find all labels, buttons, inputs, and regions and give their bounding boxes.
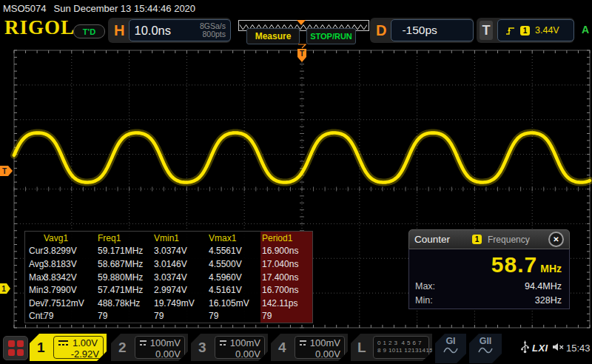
timebase-box: 10.0ns 8GSa/s 800pts [129,19,231,41]
logic-channels-tab[interactable]: L 0 1 2 3 4 5 6 78 9 1011 12131415 [351,334,432,361]
delay-label: D [376,22,386,39]
trigger-level-marker[interactable]: T [0,166,13,176]
svg-text:T: T [300,50,304,58]
meas-row-label: Cur: [25,245,44,258]
meas-row-label: Max: [25,271,44,284]
counter-mode: Frequency [488,235,530,245]
meas-value: 4.5561V [209,245,260,258]
meas-row-label: Dev: [25,297,44,310]
logic-channel-list: 0 1 2 3 4 5 6 78 9 1011 12131415 [373,336,429,359]
meas-header-vavg1: Vavg1 [44,232,98,245]
meas-value: 488.78kHz [98,297,154,310]
meas-value: 16.900ns [260,245,312,258]
svg-text:1: 1 [1,285,6,293]
ch1-waveform-glow [14,133,590,183]
meas-value: 2.9974V [154,283,209,297]
title-bar: MSO5074 Sun December 13 15:44:46 2020 [0,0,592,16]
meas-corner [25,232,44,245]
trigger-source-badge: 1 [520,26,530,36]
sample-rate: 8GSa/s 800pts [200,22,226,38]
counter-panel: Counter 1 Frequency ✕ 58.7MHz Max: 94.4M… [408,229,570,309]
trigger-status-badge: T'D [73,24,105,38]
meas-row-label: Min: [25,283,44,297]
svg-text:T: T [2,167,7,175]
speaker-muted-icon[interactable] [552,343,565,351]
meas-value: 17.040ns [260,257,312,271]
sweep-mode-badge: A [582,24,589,36]
counter-min-label: Min: [415,295,433,306]
counter-max-value: 94.4MHz [525,281,562,291]
delay-value: -150ps [391,19,474,41]
channel-scale: 1.00V [73,337,98,348]
bottom-bar: 1 1.00V -2.92V 2 [0,331,592,364]
usb-icon [520,340,530,354]
memory-position-pointer-icon[interactable] [297,20,306,25]
grid-menu-icon [8,340,24,356]
meas-value: 4.5960V [209,271,260,284]
dc-coupling-icon [219,340,226,346]
delay-settings[interactable]: D -150ps [370,18,474,43]
meas-value: 79 [98,310,154,323]
counter-min-value: 328Hz [535,295,562,306]
timebase-value: 10.0ns [134,24,171,38]
counter-title: Counter [414,234,450,245]
horizontal-label: H [114,22,124,39]
meas-row-label: Avg: [25,257,44,271]
channel-2-tab[interactable]: 2 100mV 0.00V [111,334,188,361]
meas-value: 7.7512mV [44,297,98,310]
sine-wave-icon [443,346,458,354]
meas-value: 3.7990V [44,283,98,297]
channel-offset: 0.00V [139,348,181,360]
lxi-badge: LXI [532,343,548,354]
meas-value: 3.0374V [154,245,209,258]
trigger-position-marker[interactable]: T [297,44,306,62]
meas-value: 79 [44,310,98,323]
channel1-position-marker[interactable]: 1 [0,283,10,294]
oscilloscope-screen: T T 1 MSO5074 Sun December 13 15:44:46 2… [0,0,592,364]
channel-offset: 0.00V [299,348,340,360]
channel-3-tab[interactable]: 3 100mV 0.00V [191,334,268,361]
generator-1-tab[interactable]: GI [435,334,466,363]
channel-scale: 100mV [310,337,340,348]
meas-value: 79 [209,310,260,323]
channel-offset: -2.92V [58,348,99,360]
trigger-settings[interactable]: T 1 3.44V [477,18,574,43]
meas-value: 3.8183V [44,257,98,271]
menu-button[interactable] [3,336,28,360]
channel-scale: 100mV [150,337,181,348]
meas-value: 17.400ns [260,271,312,284]
generator-2-tab[interactable]: GII [469,334,502,363]
stop-run-button[interactable]: STOP/RUN [306,28,356,44]
dc-coupling-icon [58,340,69,346]
dc-coupling-icon [299,340,306,346]
toolbar: RIGOL T'D H 10.0ns 8GSa/s 800pts Measure… [0,16,592,46]
horizontal-settings[interactable]: H 10.0ns 8GSa/s 800pts [108,18,231,43]
meas-value: 19.749mV [154,297,209,310]
counter-source-badge: 1 [472,235,482,244]
meas-value: 3.8342V [44,271,98,284]
meas-value: 3.8299V [44,245,98,258]
datetime: Sun December 13 15:44:46 2020 [54,3,196,14]
meas-value: 3.0374V [154,271,209,284]
counter-titlebar: Counter 1 Frequency ✕ [408,229,570,249]
trigger-level-value: 3.44V [535,25,559,36]
channel-offset: 0.00V [219,348,260,360]
dc-coupling-icon [139,340,147,346]
meas-value: 16.700ns [260,283,312,297]
meas-value: 4.5500V [209,257,260,271]
meas-value: 58.687MHz [98,257,154,271]
channel-1-tab[interactable]: 1 1.00V -2.92V [30,334,107,361]
counter-close-button[interactable]: ✕ [548,232,564,247]
measure-button[interactable]: Measure [246,28,300,44]
clock: 15:43 [566,343,591,354]
channel-4-tab[interactable]: 4 100mV 0.00V [271,334,348,361]
counter-body: 58.7MHz Max: 94.4MHz Min: 328Hz [408,249,570,309]
meas-value: 79 [260,310,312,323]
trigger-box: 1 3.44V [497,19,574,41]
meas-header-vmax1: Vmax1 [209,232,260,245]
meas-header-freq1: Freq1 [98,232,154,245]
channel-scale: 100mV [230,337,260,348]
counter-unit: MHz [540,263,562,274]
meas-header-vmin1: Vmin1 [154,232,209,245]
meas-value: 16.105mV [209,297,260,310]
